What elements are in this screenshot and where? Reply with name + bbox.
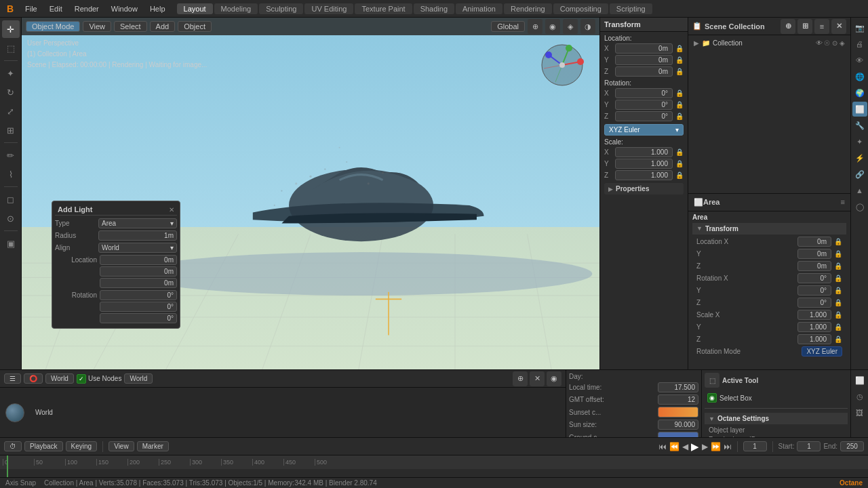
outliner-icon-3[interactable]: ≡ bbox=[814, 19, 829, 34]
transform-space-btn[interactable]: Global bbox=[491, 21, 525, 32]
node-icon-1[interactable]: ⊕ bbox=[513, 371, 528, 386]
rp-scale-z-val[interactable]: 1.000 bbox=[797, 334, 831, 344]
popup-rot-y[interactable]: 0° bbox=[100, 302, 177, 312]
viewport-icon-shading2[interactable]: ◑ bbox=[580, 19, 595, 34]
scale-y-lock[interactable]: 🔒 bbox=[675, 160, 684, 167]
timeline-playhead[interactable] bbox=[7, 455, 8, 477]
scale-y-val[interactable]: 1.000 bbox=[615, 159, 673, 169]
world-sphere[interactable] bbox=[5, 403, 24, 422]
popup-loc-x[interactable]: 0m bbox=[100, 255, 177, 265]
nav-gizmo[interactable] bbox=[538, 41, 586, 89]
props-icon-render[interactable]: 📷 bbox=[852, 20, 867, 35]
rot-x-val[interactable]: 0° bbox=[615, 88, 673, 98]
rp-rot-y-lock[interactable]: 🔒 bbox=[834, 287, 842, 294]
rot-z-lock[interactable]: 🔒 bbox=[675, 113, 684, 120]
props-icon-particles[interactable]: ✦ bbox=[852, 134, 867, 149]
viewport-object-btn[interactable]: Object bbox=[178, 21, 212, 32]
tool-select-box[interactable]: ⬚ bbox=[2, 39, 20, 57]
viewport-mode-btn[interactable]: Object Mode bbox=[26, 21, 80, 32]
tool-transform[interactable]: ⊞ bbox=[2, 121, 20, 139]
euler-mode-select[interactable]: XYZ Euler▾ bbox=[604, 124, 684, 136]
rot-x-lock[interactable]: 🔒 bbox=[675, 89, 684, 97]
menu-render[interactable]: Render bbox=[70, 3, 104, 14]
view-btn[interactable]: View bbox=[108, 441, 134, 451]
btn-jump-start[interactable]: ⏮ bbox=[658, 442, 667, 451]
props-icon-view[interactable]: 👁 bbox=[852, 53, 867, 68]
rp-scale-x-lock[interactable]: 🔒 bbox=[834, 311, 842, 319]
btn-next-frame[interactable]: ▶ bbox=[702, 442, 708, 451]
rp-loc-x-lock[interactable]: 🔒 bbox=[834, 238, 842, 245]
menu-window[interactable]: Window bbox=[106, 3, 142, 14]
viewport-view-btn[interactable]: View bbox=[83, 21, 111, 32]
outliner-icon-1[interactable]: ⊕ bbox=[781, 19, 795, 34]
node-icon-3[interactable]: ◉ bbox=[547, 371, 561, 386]
menu-help[interactable]: Help bbox=[145, 3, 170, 14]
rp-scale-z-lock[interactable]: 🔒 bbox=[834, 336, 842, 343]
popup-align-dropdown[interactable]: World▾ bbox=[98, 243, 177, 253]
tool-add-cube[interactable]: ◻ bbox=[2, 190, 20, 208]
rp-rot-x-lock[interactable]: 🔒 bbox=[834, 274, 842, 282]
btn-prev-key[interactable]: ⏪ bbox=[669, 442, 679, 451]
viewport-area[interactable]: Object Mode View Select Add Object Globa… bbox=[22, 18, 599, 369]
outliner-item-scene-collection[interactable]: ▶ 📁 Collection 👁 ☉ ⊙ ◈ bbox=[691, 38, 848, 48]
workspace-tab-texture[interactable]: Texture Paint bbox=[355, 3, 412, 14]
btn-prev-frame[interactable]: ◀ bbox=[682, 442, 688, 451]
rp-rot-z-val[interactable]: 0° bbox=[797, 298, 831, 308]
popup-rot-x[interactable]: 0° bbox=[100, 290, 177, 300]
properties-collapse[interactable]: ▶ Properties bbox=[604, 183, 684, 195]
workspace-tab-shading[interactable]: Shading bbox=[414, 3, 454, 14]
keying-btn[interactable]: Keying bbox=[66, 441, 98, 451]
outliner-icon-2[interactable]: ⊞ bbox=[797, 19, 812, 34]
start-frame-input[interactable]: 1 bbox=[797, 441, 821, 451]
workspace-tab-rendering[interactable]: Rendering bbox=[504, 3, 552, 14]
btn-next-key[interactable]: ⏩ bbox=[711, 442, 721, 451]
props-icon-material[interactable]: ◯ bbox=[852, 199, 867, 214]
scale-z-lock[interactable]: 🔒 bbox=[675, 171, 684, 179]
sun-size-val[interactable]: 90.000 bbox=[658, 420, 698, 430]
rp-scale-y-val[interactable]: 1.000 bbox=[797, 322, 831, 332]
tool-rotate[interactable]: ↻ bbox=[2, 83, 20, 101]
tool-cursor[interactable]: ✛ bbox=[2, 20, 20, 38]
current-frame-input[interactable]: 1 bbox=[743, 441, 767, 451]
sunset-color-swatch[interactable] bbox=[658, 407, 698, 418]
rp-rotation-mode-val[interactable]: XYZ Euler bbox=[802, 346, 842, 357]
viewport-icon-overlay[interactable]: ◉ bbox=[545, 19, 560, 34]
scale-x-val[interactable]: 1.000 bbox=[615, 147, 673, 157]
menu-file[interactable]: File bbox=[20, 3, 42, 14]
props-icon-scene[interactable]: 🌐 bbox=[852, 69, 867, 84]
btn-play[interactable]: ▶ bbox=[691, 441, 699, 453]
tool-annotate[interactable]: ✏ bbox=[2, 146, 20, 164]
tool-custom[interactable]: ▣ bbox=[2, 235, 20, 252]
marker-btn[interactable]: Marker bbox=[137, 441, 169, 451]
rot-y-val[interactable]: 0° bbox=[615, 100, 673, 110]
loc-z-lock[interactable]: 🔒 bbox=[675, 68, 684, 75]
props-icon-world[interactable]: 🌍 bbox=[852, 85, 867, 100]
rp-rot-x-val[interactable]: 0° bbox=[797, 273, 831, 283]
props-icon-physics[interactable]: ⚡ bbox=[852, 150, 867, 165]
tool-move[interactable]: ✦ bbox=[2, 64, 20, 82]
transform-section-header[interactable]: ▼ Transform bbox=[692, 223, 846, 235]
loc-x-val[interactable]: 0m bbox=[615, 43, 673, 54]
rp-loc-x-val[interactable]: 0m bbox=[797, 237, 831, 247]
loc-y-lock[interactable]: 🔒 bbox=[675, 56, 684, 64]
timeline-icon[interactable]: ⏱ bbox=[4, 441, 22, 451]
playback-btn[interactable]: Playback bbox=[24, 441, 63, 451]
props-icon-constraints[interactable]: 🔗 bbox=[852, 167, 867, 182]
scale-z-val[interactable]: 1.000 bbox=[615, 170, 673, 180]
popup-loc-z[interactable]: 0m bbox=[100, 278, 177, 288]
node-world-btn[interactable]: World bbox=[45, 373, 74, 384]
node-type-btn[interactable]: ⭕ bbox=[24, 373, 43, 384]
workspace-tab-modeling[interactable]: Modeling bbox=[214, 3, 258, 14]
viewport-add-btn[interactable]: Add bbox=[150, 21, 176, 32]
loc-z-val[interactable]: 0m bbox=[615, 66, 673, 77]
props-icon-output[interactable]: 🖨 bbox=[852, 37, 867, 52]
tool-scale[interactable]: ⤢ bbox=[2, 102, 20, 120]
workspace-tab-uv[interactable]: UV Editing bbox=[304, 3, 353, 14]
rot-y-lock[interactable]: 🔒 bbox=[675, 101, 684, 108]
ground-color-swatch[interactable] bbox=[658, 432, 698, 437]
popup-rot-z[interactable]: 0° bbox=[100, 313, 177, 323]
scale-x-lock[interactable]: 🔒 bbox=[675, 148, 684, 156]
rp-scale-x-val[interactable]: 1.000 bbox=[797, 310, 831, 320]
menu-edit[interactable]: Edit bbox=[45, 3, 67, 14]
rp-loc-z-val[interactable]: 0m bbox=[797, 261, 831, 271]
